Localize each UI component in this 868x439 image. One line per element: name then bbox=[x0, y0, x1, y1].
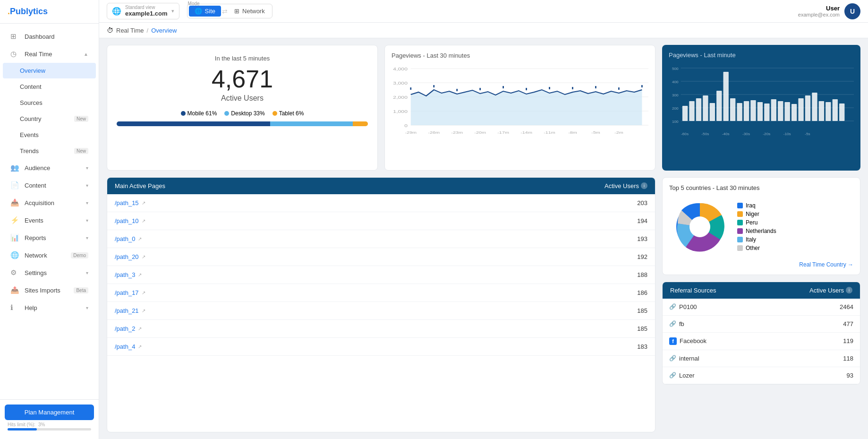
avatar[interactable]: U bbox=[844, 3, 860, 19]
dropdown-icon: ▾ bbox=[171, 8, 174, 14]
realtime-country-link[interactable]: Real Time Country → bbox=[669, 261, 853, 268]
logo: .Publytics bbox=[0, 0, 99, 24]
svg-text:400: 400 bbox=[672, 80, 679, 84]
sidebar-item-dashboard[interactable]: ⊞ Dashboard bbox=[3, 28, 96, 45]
referral-count: 2464 bbox=[840, 303, 853, 310]
svg-text:200: 200 bbox=[672, 106, 679, 111]
reports-icon: 📊 bbox=[10, 233, 20, 242]
svg-text:-50s: -50s bbox=[701, 132, 709, 136]
sidebar-item-sources[interactable]: Sources bbox=[3, 95, 96, 111]
mobile-dot bbox=[181, 111, 186, 116]
referral-row: 🔗 fb 477 bbox=[663, 316, 860, 333]
pages-table-header: Main Active Pages Active Users i bbox=[107, 178, 655, 194]
sidebar-item-trends[interactable]: Trends New bbox=[3, 143, 96, 159]
info-icon[interactable]: i bbox=[846, 287, 852, 293]
svg-text:-20m: -20m bbox=[474, 130, 486, 134]
plan-management-button[interactable]: Plan Management bbox=[5, 405, 94, 420]
content-area: In the last 5 minutes 4,671 Active Users… bbox=[99, 38, 868, 439]
sidebar-item-content[interactable]: 📄 Content ▾ bbox=[3, 177, 96, 194]
svg-rect-56 bbox=[785, 102, 790, 121]
sidebar-item-sites[interactable]: 📤 Sites Imports Beta bbox=[3, 282, 96, 299]
peru-dot bbox=[737, 220, 743, 225]
path-link[interactable]: /path_17 bbox=[115, 289, 139, 296]
sidebar-item-content-rt[interactable]: Content bbox=[3, 79, 96, 95]
sidebar-item-settings[interactable]: ⚙ Settings ▾ bbox=[3, 264, 96, 281]
path-link[interactable]: /path_21 bbox=[115, 307, 139, 314]
mode-tab-site[interactable]: 🌐 Site bbox=[189, 6, 221, 17]
svg-text:-17m: -17m bbox=[497, 130, 509, 134]
link-icon: 🔗 bbox=[669, 355, 676, 362]
page-path: /path_21 ↗ bbox=[115, 307, 610, 314]
path-link[interactable]: /path_4 bbox=[115, 343, 135, 350]
active-users-bar bbox=[117, 121, 368, 126]
path-link[interactable]: /path_20 bbox=[115, 253, 139, 260]
legend-italy: Italy bbox=[737, 236, 776, 243]
sidebar-item-events-rt[interactable]: Events bbox=[3, 127, 96, 143]
sidebar-item-audience[interactable]: 👥 Audience ▾ bbox=[3, 159, 96, 176]
referral-count: 93 bbox=[847, 372, 853, 379]
referral-count: 477 bbox=[843, 320, 853, 327]
sidebar-item-acquisition[interactable]: 📥 Acquisition ▾ bbox=[3, 194, 96, 211]
path-link[interactable]: /path_2 bbox=[115, 325, 135, 332]
page-users: 185 bbox=[610, 307, 647, 314]
referral-count: 118 bbox=[843, 355, 853, 362]
external-link-icon: ↗ bbox=[142, 200, 145, 206]
path-link[interactable]: /path_3 bbox=[115, 271, 135, 278]
sidebar-item-events[interactable]: ⚡ Events ▾ bbox=[3, 212, 96, 229]
path-link[interactable]: /path_10 bbox=[115, 217, 139, 224]
svg-text:3,000: 3,000 bbox=[393, 81, 408, 86]
breadcrumb-icon: ⏱ bbox=[107, 26, 113, 34]
svg-rect-54 bbox=[771, 99, 776, 121]
topbar-right: User example@ex.com U bbox=[798, 3, 860, 19]
mode-tab-network[interactable]: ⊞ Network bbox=[229, 6, 271, 17]
source-label: internal bbox=[679, 355, 699, 362]
pageviews-30min-card: Pageviews - Last 30 minutes 4,000 3,000 … bbox=[384, 45, 655, 171]
svg-rect-55 bbox=[778, 101, 783, 121]
chevron-up-icon: ▲ bbox=[84, 52, 88, 57]
mode-section: Mode 🌐 Site ⇄ ⊞ Network bbox=[187, 4, 272, 18]
sidebar-item-label: Events bbox=[25, 217, 43, 224]
sidebar-item-reports[interactable]: 📊 Reports ▾ bbox=[3, 229, 96, 246]
svg-rect-61 bbox=[819, 101, 824, 121]
active-users-label: Active Users bbox=[117, 94, 368, 103]
svg-rect-60 bbox=[812, 93, 817, 121]
svg-text:-40s: -40s bbox=[722, 132, 730, 136]
tablet-bar-seg bbox=[353, 121, 368, 126]
svg-text:-60s: -60s bbox=[681, 132, 689, 136]
table-row: /path_0 ↗ 193 bbox=[107, 230, 655, 248]
svg-text:-26m: -26m bbox=[428, 130, 440, 134]
svg-rect-48 bbox=[730, 98, 735, 121]
referral-source-name: 🔗 fb bbox=[669, 320, 843, 327]
table-row: /path_15 ↗ 203 bbox=[107, 194, 655, 212]
svg-text:-29m: -29m bbox=[405, 130, 417, 134]
svg-text:0: 0 bbox=[404, 123, 408, 128]
path-link[interactable]: /path_0 bbox=[115, 235, 135, 242]
site-selector[interactable]: 🌐 Standard view example1.com ▾ bbox=[107, 3, 179, 19]
sidebar-item-label: Trends bbox=[20, 147, 39, 155]
sidebar-item-network[interactable]: 🌐 Network Demo bbox=[3, 247, 96, 264]
sidebar-nav: ⊞ Dashboard ◷ Real Time ▲ Overview Conte… bbox=[0, 24, 99, 399]
right-column: Top 5 countries - Last 30 minutes bbox=[662, 177, 860, 432]
page-path: /path_2 ↗ bbox=[115, 325, 610, 332]
external-link-icon: ↗ bbox=[142, 308, 145, 313]
path-link[interactable]: /path_15 bbox=[115, 199, 139, 207]
hits-label: Hits limit (%): 3% bbox=[5, 420, 94, 428]
new-badge: New bbox=[74, 116, 88, 122]
page-path: /path_0 ↗ bbox=[115, 235, 610, 242]
link-icon: 🔗 bbox=[669, 303, 676, 310]
sidebar-item-realtime[interactable]: ◷ Real Time ▲ bbox=[3, 45, 96, 62]
sidebar-item-label: Audience bbox=[25, 164, 50, 172]
referral-sources-card: Referral Sources Active Users i 🔗 P0100 … bbox=[662, 282, 860, 385]
sidebar-item-country[interactable]: Country New bbox=[3, 111, 96, 127]
sidebar-item-help[interactable]: ℹ Help ▾ bbox=[3, 299, 96, 316]
chevron-down-icon: ▾ bbox=[86, 235, 88, 241]
page-path: /path_15 ↗ bbox=[115, 199, 610, 207]
active-users-title: In the last 5 minutes bbox=[117, 55, 368, 62]
sidebar-item-label: Reports bbox=[25, 234, 46, 241]
info-icon[interactable]: i bbox=[641, 182, 647, 189]
sidebar-item-overview[interactable]: Overview bbox=[3, 63, 96, 78]
referral-count: 119 bbox=[843, 337, 853, 344]
link-icon: 🔗 bbox=[669, 372, 676, 379]
referral-source-name: 🔗 internal bbox=[669, 355, 843, 362]
svg-text:500: 500 bbox=[672, 67, 679, 71]
